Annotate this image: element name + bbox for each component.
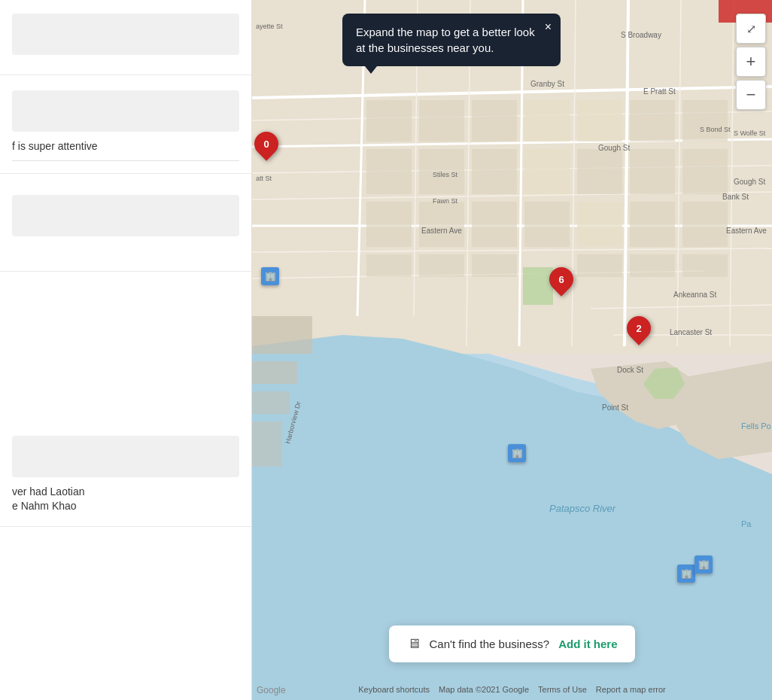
marker-label-6: 6	[558, 274, 564, 285]
blue-marker-4[interactable]	[694, 555, 713, 574]
google-logo-text: Google	[257, 685, 286, 695]
marker-square-3[interactable]	[677, 565, 695, 583]
svg-rect-48	[577, 254, 622, 277]
add-it-here-link[interactable]: Add it here	[558, 638, 617, 650]
svg-rect-44	[682, 202, 728, 247]
svg-rect-30	[682, 100, 728, 142]
zoom-in-button[interactable]: +	[736, 47, 766, 77]
svg-text:Pa: Pa	[741, 519, 752, 528]
svg-rect-38	[366, 202, 412, 247]
marker-square-1[interactable]	[261, 267, 279, 285]
blue-marker-3[interactable]	[677, 565, 695, 583]
review-text-4: ver had Laotian e Nahm Khao	[12, 485, 239, 514]
plus-icon: +	[746, 52, 756, 72]
svg-rect-41	[524, 202, 570, 247]
svg-text:S Wolfe St: S Wolfe St	[734, 129, 766, 137]
svg-text:Fawn St: Fawn St	[433, 197, 458, 205]
svg-text:S Broadway: S Broadway	[621, 31, 661, 39]
review-card-3	[0, 181, 251, 272]
review-card-top-2	[12, 90, 239, 132]
svg-rect-27	[524, 100, 570, 142]
svg-text:Dock St: Dock St	[617, 366, 643, 374]
map-controls: ⤢ + −	[736, 14, 766, 110]
svg-text:Fells Po: Fells Po	[741, 422, 771, 431]
svg-rect-54	[252, 361, 297, 384]
svg-rect-29	[630, 100, 675, 142]
svg-rect-28	[577, 100, 622, 142]
marker-circle-6[interactable]: 6	[544, 262, 578, 296]
bottom-bar-icon: 🖥	[407, 636, 421, 652]
svg-text:Ankeanna St: Ankeanna St	[673, 291, 716, 299]
svg-rect-49	[630, 254, 675, 277]
svg-rect-36	[630, 149, 675, 194]
review-text-2: f is super attentive	[12, 139, 239, 154]
review-card-top-4	[12, 436, 239, 477]
expand-icon: ⤢	[746, 22, 756, 36]
svg-text:Bank St: Bank St	[722, 193, 749, 201]
marker-label-2: 2	[636, 323, 641, 334]
svg-rect-46	[419, 254, 464, 277]
keyboard-shortcuts-link[interactable]: Keyboard shortcuts	[358, 685, 430, 694]
map-marker-2[interactable]: 2	[627, 316, 651, 340]
svg-rect-56	[252, 422, 282, 467]
svg-text:Granby St: Granby St	[530, 80, 564, 88]
svg-text:Lancaster St: Lancaster St	[670, 328, 712, 336]
map-marker-0[interactable]: 0	[254, 132, 278, 156]
bottom-bar: 🖥 Can't find the business? Add it here	[389, 625, 636, 662]
svg-rect-26	[472, 100, 517, 142]
left-panel: f is super attentive ver had Laotian e N…	[0, 0, 252, 700]
review-card-1	[0, 0, 251, 75]
svg-text:S Bond St: S Bond St	[700, 126, 731, 133]
svg-rect-53	[252, 316, 312, 354]
svg-rect-35	[577, 149, 622, 194]
svg-rect-55	[252, 391, 290, 414]
svg-rect-24	[366, 100, 412, 142]
svg-text:att St: att St	[256, 175, 272, 182]
tooltip-close-button[interactable]: ×	[545, 21, 552, 33]
zoom-out-button[interactable]: −	[736, 80, 766, 110]
bottom-bar-text: Can't find the business?	[430, 638, 550, 650]
svg-rect-45	[366, 254, 412, 277]
svg-text:Gough St: Gough St	[734, 178, 765, 186]
map-data-label: Map data ©2021 Google	[439, 685, 529, 694]
svg-rect-39	[419, 202, 464, 247]
blue-marker-1[interactable]	[261, 267, 279, 285]
marker-label-0: 0	[263, 138, 269, 150]
review-card-top-1	[12, 14, 239, 55]
svg-rect-33	[472, 149, 517, 194]
report-map-error-link[interactable]: Report a map error	[596, 685, 666, 694]
marker-square-4[interactable]	[694, 555, 713, 574]
svg-rect-51	[523, 267, 553, 305]
svg-rect-34	[524, 149, 570, 194]
svg-rect-43	[630, 202, 675, 247]
svg-rect-50	[682, 254, 728, 277]
map-marker-6[interactable]: 6	[549, 267, 573, 291]
minus-icon: −	[746, 85, 756, 105]
map-panel[interactable]: E Pratt St Granby St S Bond St S Broadwa…	[252, 0, 772, 700]
svg-rect-37	[682, 149, 728, 194]
marker-circle-2[interactable]: 2	[622, 311, 655, 345]
review-card-4: ver had Laotian e Nahm Khao	[0, 422, 251, 527]
terms-of-use-link[interactable]: Terms of Use	[538, 685, 587, 694]
tooltip-text: Expand the map to get a better look at t…	[356, 26, 535, 54]
svg-text:ayette St: ayette St	[256, 23, 283, 30]
blue-marker-2[interactable]	[508, 444, 526, 462]
marker-square-2[interactable]	[508, 444, 526, 462]
svg-text:Gough St: Gough St	[598, 144, 630, 152]
svg-text:Point St: Point St	[602, 403, 628, 412]
map-attribution: Keyboard shortcuts Map data ©2021 Google…	[358, 685, 666, 694]
review-separator-2	[12, 160, 239, 161]
google-logo: Google	[257, 685, 286, 695]
review-card-2: f is super attentive	[0, 75, 251, 174]
svg-rect-31	[366, 149, 412, 194]
svg-text:Stiles St: Stiles St	[433, 171, 458, 178]
svg-text:Patapsco River: Patapsco River	[549, 503, 616, 514]
expand-map-button[interactable]: ⤢	[736, 14, 766, 44]
svg-rect-40	[472, 202, 517, 247]
svg-text:Eastern Ave: Eastern Ave	[726, 227, 767, 235]
svg-text:E Pratt St: E Pratt St	[643, 87, 676, 96]
svg-rect-42	[577, 202, 622, 247]
svg-text:Eastern Ave: Eastern Ave	[421, 227, 462, 235]
map-background: E Pratt St Granby St S Bond St S Broadwa…	[252, 0, 772, 700]
review-card-top-3	[12, 195, 239, 236]
